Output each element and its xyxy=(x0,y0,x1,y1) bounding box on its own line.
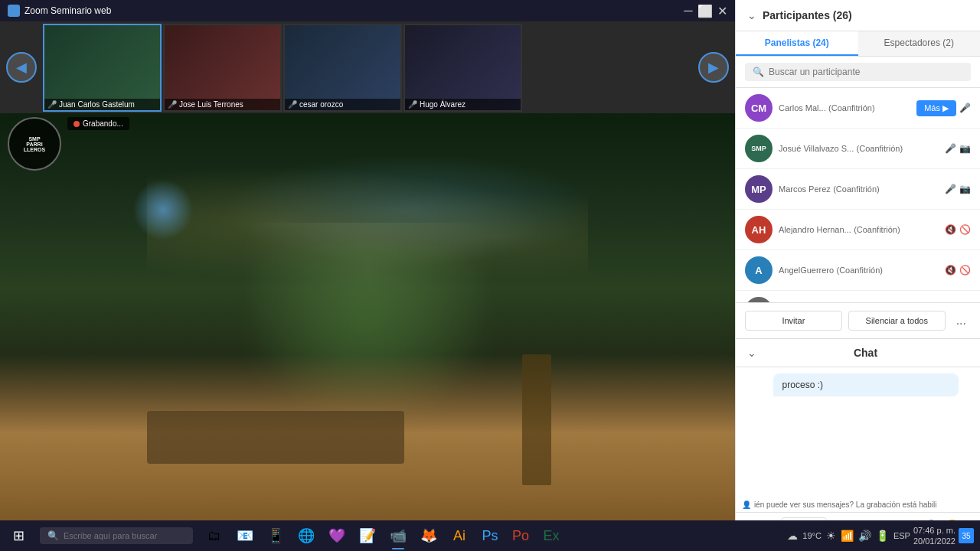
participants-title: Participantes (26) xyxy=(763,9,969,21)
logo-text: SMPPARRILLEROS xyxy=(24,136,45,152)
next-thumbnail-button[interactable]: ▶ xyxy=(698,52,729,83)
participant-item: CO cesar orozco (Coanfitrión) 🔇 🚫 xyxy=(736,291,980,302)
taskbar-right: ☁ 19°C ☀ 📶 🔊 🔋 ESP 07:46 p. m. 20/01/202… xyxy=(787,525,980,547)
taskbar-search-input[interactable] xyxy=(64,531,171,540)
collapse-participants-button[interactable]: ⌄ xyxy=(747,9,756,21)
participant-actions: 🎤 📷 xyxy=(945,184,971,194)
notification-badge[interactable]: 35 xyxy=(959,528,974,543)
battery-icon[interactable]: 🔋 xyxy=(876,530,889,542)
person-icon: 👤 xyxy=(742,500,751,509)
right-panel: ⌄ Participantes (26) Panelistas (24) Esp… xyxy=(735,0,980,551)
participant-actions: 🔇 🚫 xyxy=(945,224,971,235)
taskbar-search-bar[interactable]: 🔍 xyxy=(40,527,193,544)
thumbnail-name: Juan Carlos Gastelum xyxy=(59,100,135,109)
mic-icon: 🎤 xyxy=(47,100,57,109)
thumbnail-name: Jose Luis Terrones xyxy=(179,100,243,109)
notification-text: ién puede ver sus mensajes? La grabación… xyxy=(754,500,937,509)
weather-icon[interactable]: ☀ xyxy=(826,530,836,542)
participant-name: AngelGuerrero (Coanfitrión) xyxy=(779,265,939,276)
chat-header: ⌄ Chat xyxy=(736,339,980,367)
participant-name: Josué Villalvazo S... (Coanfitrión) xyxy=(779,143,939,154)
invite-button[interactable]: Invitar xyxy=(745,311,842,331)
network-icon[interactable]: 📶 xyxy=(841,530,854,542)
clock-time: 07:46 p. m. xyxy=(913,525,956,536)
chat-bubble: proceso :) xyxy=(773,373,959,396)
main-video xyxy=(0,113,735,551)
systray: ☁ 19°C ☀ 📶 🔊 🔋 ESP xyxy=(787,530,910,542)
titlebar-title: Zoom Seminario web xyxy=(24,5,111,16)
chat-section: ⌄ Chat proceso :) 👤 ién puede ver sus me… xyxy=(736,338,980,551)
thumbnail-item[interactable]: 🎤 Jose Luis Terrones xyxy=(163,24,282,112)
speaker-icon[interactable]: 🔊 xyxy=(858,530,871,542)
mic-muted-icon[interactable]: 🔇 xyxy=(945,224,956,235)
more-options-button[interactable]: ... xyxy=(952,309,971,332)
maximize-button[interactable]: ⬜ xyxy=(700,5,710,16)
taskbar-app-photoshop[interactable]: Ps xyxy=(475,520,505,551)
thumbnail-item[interactable]: 🎤 Hugo Álvarez xyxy=(403,24,522,112)
taskbar-app-teams[interactable]: 💜 xyxy=(322,520,352,551)
mas-button[interactable]: Más ▶ xyxy=(916,100,956,116)
taskbar-app-outlook[interactable]: 📧 xyxy=(230,520,260,551)
taskbar-app-browser[interactable]: 🦊 xyxy=(413,520,444,551)
thumbnail-strip: ◀ 🎤 Juan Carlos Gastelum 🎤 Jose Luis Ter… xyxy=(0,21,735,113)
avatar: A xyxy=(745,256,773,284)
mic-icon: 🎤 xyxy=(408,100,417,109)
cam-muted-icon[interactable]: 🚫 xyxy=(959,224,971,235)
participant-name: Marcos Perez (Coanfitrión) xyxy=(779,184,939,194)
prev-thumbnail-button[interactable]: ◀ xyxy=(6,52,37,83)
avatar: CM xyxy=(745,94,773,122)
minimize-button[interactable]: ─ xyxy=(683,5,694,16)
taskbar-app-powerpoint[interactable]: Po xyxy=(505,520,536,551)
thumbnail-item[interactable]: 🎤 Juan Carlos Gastelum xyxy=(43,24,162,112)
participant-item: SMP Josué Villalvazo S... (Coanfitrión) … xyxy=(736,129,980,169)
participant-actions: Más ▶ 🎤 xyxy=(916,100,971,116)
participants-tabs: Panelistas (24) Espectadores (2) xyxy=(736,31,980,57)
avatar: SMP xyxy=(745,135,773,162)
taskbar-app-excel[interactable]: Ex xyxy=(536,520,567,551)
mic-icon: 🎤 xyxy=(168,100,177,109)
clock-date: 20/01/2022 xyxy=(913,536,956,546)
chat-title: Chat xyxy=(763,347,969,359)
taskbar-app-sticky[interactable]: 📝 xyxy=(352,520,383,551)
temperature-label: 19°C xyxy=(802,531,822,540)
mic-icon[interactable]: 🎤 xyxy=(945,184,956,194)
onedrive-icon[interactable]: ☁ xyxy=(787,530,798,542)
search-box: 🔍 xyxy=(736,57,980,88)
start-button[interactable]: ⊞ xyxy=(0,520,37,551)
taskbar-app-file-explorer[interactable]: 🗂 xyxy=(199,520,230,551)
cam-muted-icon[interactable]: 🚫 xyxy=(959,265,971,276)
recording-dot xyxy=(74,121,80,127)
participant-item: AH Alejandro Hernan... (Coanfitrión) 🔇 🚫 xyxy=(736,210,980,250)
taskbar-app-zoom[interactable]: 📹 xyxy=(383,520,413,551)
participants-section: ⌄ Participantes (26) Panelistas (24) Esp… xyxy=(736,0,980,338)
main-video-area: ◀ 🎤 Juan Carlos Gastelum 🎤 Jose Luis Ter… xyxy=(0,21,735,551)
clock: 07:46 p. m. 20/01/2022 xyxy=(913,525,956,547)
taskbar-app-illustrator[interactable]: Ai xyxy=(444,520,475,551)
participant-item: MP Marcos Perez (Coanfitrión) 🎤 📷 xyxy=(736,169,980,210)
thumbnail-container: 🎤 Juan Carlos Gastelum 🎤 Jose Luis Terro… xyxy=(43,24,692,112)
tab-panelistas[interactable]: Panelistas (24) xyxy=(736,31,858,56)
language-label[interactable]: ESP xyxy=(893,531,910,540)
taskbar-apps: 🗂 📧 📱 🌐 💜 📝 📹 🦊 Ai Ps Po Ex xyxy=(199,520,567,551)
close-button[interactable]: ✕ xyxy=(717,5,727,16)
titlebar: Zoom Seminario web ─ ⬜ ✕ xyxy=(0,0,735,21)
mic-muted-icon[interactable]: 🔇 xyxy=(945,265,956,276)
thumbnail-name: cesar orozco xyxy=(299,100,343,109)
cam-icon[interactable]: 📷 xyxy=(959,143,971,154)
chat-notification: 👤 ién puede ver sus mensajes? La grabaci… xyxy=(736,497,980,512)
mic-icon[interactable]: 🎤 xyxy=(959,103,971,113)
cam-icon[interactable]: 📷 xyxy=(959,184,971,194)
tab-espectadores[interactable]: Espectadores (2) xyxy=(858,31,981,56)
taskbar-app-chrome[interactable]: 🌐 xyxy=(291,520,322,551)
collapse-chat-button[interactable]: ⌄ xyxy=(747,347,756,359)
participant-name: Alejandro Hernan... (Coanfitrión) xyxy=(779,224,939,235)
app-icon xyxy=(8,5,20,17)
taskbar-app-whatsapp[interactable]: 📱 xyxy=(260,520,291,551)
participant-item: A AngelGuerrero (Coanfitrión) 🔇 🚫 xyxy=(736,250,980,291)
participants-header: ⌄ Participantes (26) xyxy=(736,0,980,31)
search-icon: 🔍 xyxy=(47,530,59,541)
mic-icon[interactable]: 🎤 xyxy=(945,143,956,154)
mute-all-button[interactable]: Silenciar a todos xyxy=(848,311,946,331)
thumbnail-item[interactable]: 🎤 cesar orozco xyxy=(283,24,402,112)
search-participant-input[interactable] xyxy=(769,67,963,77)
